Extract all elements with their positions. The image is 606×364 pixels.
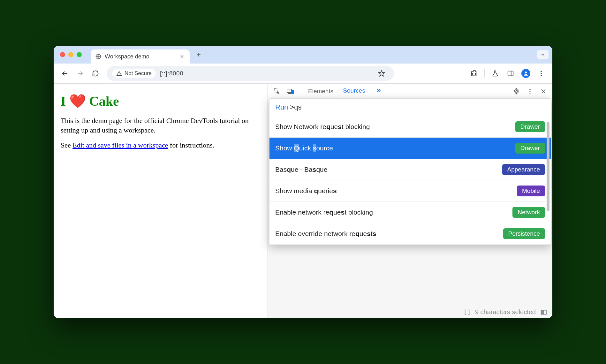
- globe-icon: [95, 53, 102, 60]
- svg-point-4: [541, 73, 542, 74]
- command-item-label: Enable override network requests: [275, 230, 499, 238]
- dots-vertical-icon: [538, 70, 545, 77]
- command-item[interactable]: Enable network request blockingNetwork: [269, 202, 551, 223]
- brackets-icon: [464, 309, 471, 316]
- plus-icon: [195, 51, 202, 58]
- arrow-right-icon: [76, 70, 84, 77]
- toolbar-divider: [484, 69, 485, 78]
- command-item-badge: Network: [512, 207, 545, 218]
- command-item[interactable]: Show Quick sourceDrawer: [269, 138, 551, 159]
- address-bar[interactable]: Not Secure [::]:8000: [107, 66, 394, 81]
- chevrons-right-icon: [374, 87, 383, 94]
- devtools-panel: Elements Sources: [268, 84, 552, 318]
- tab-title: Workspace demo: [105, 53, 149, 60]
- command-item-badge: Drawer: [515, 143, 545, 154]
- devtools-tab-elements[interactable]: Elements: [304, 84, 337, 99]
- dots-vertical-icon: [527, 88, 533, 95]
- security-label: Not Secure: [125, 70, 152, 77]
- flask-icon: [492, 70, 499, 77]
- command-item[interactable]: Show Network request blockingDrawer: [269, 116, 551, 138]
- devtools-close-button[interactable]: [538, 86, 549, 97]
- avatar: [521, 69, 530, 78]
- svg-point-10: [529, 89, 530, 90]
- command-list[interactable]: Show Network request blockingDrawerShow …: [269, 116, 551, 245]
- minimize-window-button[interactable]: [68, 52, 73, 57]
- svg-point-12: [529, 93, 530, 94]
- tab-strip: Workspace demo: [54, 46, 552, 64]
- chevron-down-icon: [540, 52, 545, 57]
- devtools-tabstrip: Elements Sources: [268, 84, 552, 99]
- command-item-label: Enable network request blocking: [275, 209, 508, 216]
- gear-icon: [513, 88, 520, 95]
- reload-button[interactable]: [89, 67, 102, 80]
- close-tab-icon[interactable]: [179, 54, 185, 59]
- reload-icon: [92, 70, 99, 77]
- command-item-label: Show Quick source: [275, 144, 511, 152]
- page-viewport: I ❤️ Cake This is the demo page for the …: [54, 84, 268, 318]
- person-icon: [523, 71, 529, 76]
- browser-toolbar: Not Secure [::]:8000: [54, 64, 552, 83]
- devtools-tab-sources[interactable]: Sources: [339, 84, 369, 99]
- warning-icon: [116, 71, 122, 76]
- device-toolbar-button[interactable]: [284, 86, 296, 97]
- command-menu: Run >qs Show Network request blockingDra…: [269, 98, 551, 245]
- page-paragraph: See Edit and save files in a workspace f…: [61, 140, 261, 150]
- svg-point-11: [529, 91, 530, 92]
- browser-window: Workspace demo Not Secure [::]:8000: [54, 46, 552, 318]
- content-area: I ❤️ Cake This is the demo page for the …: [54, 83, 552, 318]
- devtools-status-bar: 9 characters selected: [464, 308, 547, 316]
- back-button[interactable]: [58, 67, 72, 80]
- star-icon: [378, 70, 385, 77]
- inspect-icon: [273, 88, 280, 95]
- svg-point-9: [516, 90, 518, 92]
- command-item-badge: Drawer: [515, 121, 545, 132]
- window-controls: [60, 52, 82, 57]
- panel-icon: [507, 70, 514, 77]
- page-heading: I ❤️ Cake: [61, 93, 261, 109]
- command-item[interactable]: Show media queriesMobile: [269, 180, 551, 202]
- devtools-more-tabs[interactable]: [371, 87, 386, 95]
- svg-rect-7: [287, 89, 292, 93]
- fullscreen-window-button[interactable]: [77, 52, 82, 57]
- side-panel-button[interactable]: [504, 67, 517, 80]
- tutorial-link[interactable]: Edit and save files in a workspace: [72, 141, 168, 149]
- devtools-menu-button[interactable]: [524, 86, 536, 97]
- inspect-element-button[interactable]: [271, 86, 283, 97]
- svg-point-5: [541, 75, 542, 76]
- svg-point-3: [541, 71, 542, 72]
- tabs-dropdown-button[interactable]: [537, 50, 549, 59]
- svg-rect-1: [508, 71, 513, 76]
- command-item-label: Basque - Basque: [275, 166, 498, 173]
- svg-rect-14: [541, 310, 544, 314]
- devtools-settings-button[interactable]: [511, 86, 522, 97]
- browser-tab[interactable]: Workspace demo: [91, 49, 190, 64]
- puzzle-icon: [470, 70, 477, 77]
- status-text: 9 characters selected: [475, 308, 536, 316]
- svg-point-2: [525, 72, 527, 73]
- bookmark-button[interactable]: [375, 67, 388, 80]
- close-icon: [540, 88, 547, 95]
- page-paragraph: This is the demo page for the official C…: [61, 116, 261, 135]
- url-text: [::]:8000: [160, 70, 183, 77]
- svg-rect-8: [291, 90, 293, 94]
- new-tab-button[interactable]: [193, 49, 204, 60]
- arrow-left-icon: [61, 70, 69, 77]
- command-item-label: Show media queries: [275, 187, 512, 195]
- run-label: Run: [275, 103, 288, 111]
- close-window-button[interactable]: [60, 52, 65, 57]
- command-item[interactable]: Basque - BasqueAppearance: [269, 159, 551, 180]
- devices-icon: [286, 87, 294, 95]
- command-item[interactable]: Enable override network requestsPersiste…: [269, 223, 551, 245]
- command-item-badge: Persistence: [503, 228, 545, 239]
- command-item-badge: Mobile: [517, 186, 545, 196]
- command-input[interactable]: Run >qs: [269, 99, 551, 116]
- profile-button[interactable]: [519, 67, 533, 80]
- scrollbar-thumb[interactable]: [547, 122, 549, 211]
- coverage-icon: [540, 309, 547, 316]
- security-chip[interactable]: Not Secure: [112, 69, 155, 78]
- browser-menu-button[interactable]: [534, 67, 548, 80]
- labs-button[interactable]: [489, 67, 502, 80]
- extensions-button[interactable]: [467, 67, 481, 80]
- command-item-label: Show Network request blocking: [275, 123, 511, 131]
- forward-button[interactable]: [73, 67, 87, 80]
